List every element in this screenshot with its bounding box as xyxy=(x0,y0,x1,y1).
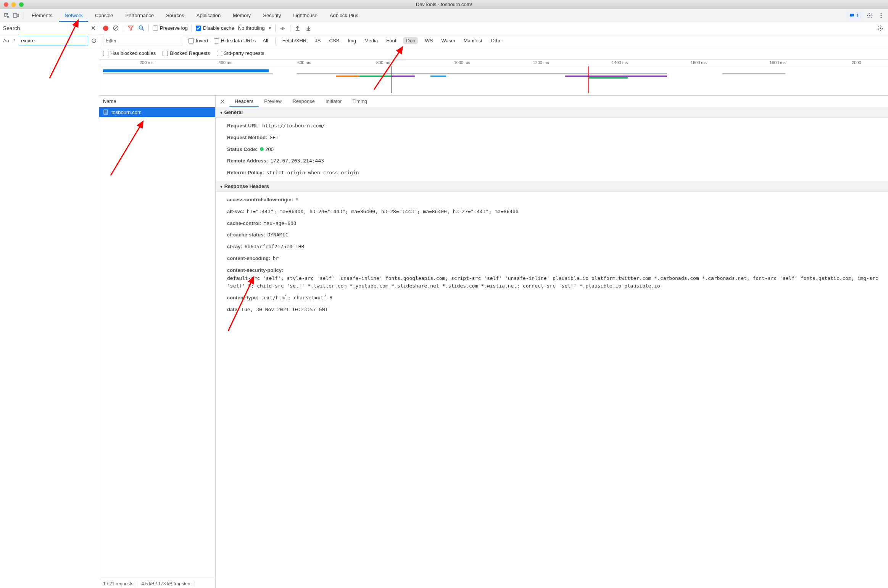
filter-type-ws[interactable]: WS xyxy=(423,37,434,44)
more-icon[interactable] xyxy=(877,12,885,19)
filter-type-doc[interactable]: Doc xyxy=(403,37,418,44)
value-status-code: 200 xyxy=(260,146,274,154)
close-details-icon[interactable]: ✕ xyxy=(216,98,229,104)
section-general[interactable]: General xyxy=(216,107,888,118)
main-toolbar: Elements Network Console Performance Sou… xyxy=(0,9,888,22)
timeline-tick: 1400 ms xyxy=(612,60,628,65)
svg-line-9 xyxy=(114,26,118,30)
disable-cache-checkbox[interactable]: Disable cache xyxy=(196,25,234,31)
tab-elements[interactable]: Elements xyxy=(26,10,58,21)
refresh-icon[interactable] xyxy=(91,37,97,45)
hide-data-urls-checkbox[interactable]: Hide data URLs xyxy=(214,38,256,43)
inspect-icon[interactable] xyxy=(3,12,11,19)
tab-memory[interactable]: Memory xyxy=(227,10,256,21)
section-response-headers[interactable]: Response Headers xyxy=(216,181,888,192)
tab-lighthouse[interactable]: Lighthouse xyxy=(288,10,323,21)
header-value: DYNAMIC xyxy=(268,231,288,239)
upload-icon[interactable] xyxy=(294,25,301,32)
filter-type-css[interactable]: CSS xyxy=(328,37,341,44)
search-icon[interactable] xyxy=(138,25,145,32)
throttling-select[interactable]: No throttling xyxy=(238,25,265,31)
close-window-button[interactable] xyxy=(4,2,8,7)
filter-bar-2: Has blocked cookies Blocked Requests 3rd… xyxy=(99,47,888,59)
header-value: 6b635cfcbf2175c0-LHR xyxy=(245,243,305,251)
tab-application[interactable]: Application xyxy=(191,10,226,21)
filter-type-js[interactable]: JS xyxy=(313,37,322,44)
clear-icon[interactable] xyxy=(112,25,119,32)
filter-type-all[interactable]: All xyxy=(261,37,269,44)
tab-console[interactable]: Console xyxy=(90,10,119,21)
tab-network[interactable]: Network xyxy=(59,10,88,21)
filter-input[interactable] xyxy=(103,36,183,45)
filter-type-manifest[interactable]: Manifest xyxy=(462,37,484,44)
preserve-log-checkbox[interactable]: Preserve log xyxy=(153,25,188,31)
chat-icon xyxy=(849,13,855,18)
filter-type-fetchxhr[interactable]: Fetch/XHR xyxy=(281,37,308,44)
close-icon[interactable]: ✕ xyxy=(91,25,96,32)
dtab-preview[interactable]: Preview xyxy=(259,96,287,107)
filter-bar: Invert Hide data URLs All Fetch/XHR JS C… xyxy=(99,34,888,47)
device-toggle-icon[interactable] xyxy=(12,12,20,19)
separator xyxy=(23,12,23,19)
request-row[interactable]: tosbourn.com xyxy=(99,107,215,117)
invert-checkbox[interactable]: Invert xyxy=(189,38,208,43)
header-key: date: xyxy=(227,306,239,314)
dtab-headers[interactable]: Headers xyxy=(229,96,259,107)
label-status-code: Status Code: xyxy=(227,146,258,154)
search-title: Search xyxy=(3,25,91,31)
header-key: cache-control: xyxy=(227,220,261,228)
dtab-timing[interactable]: Timing xyxy=(347,96,373,107)
tab-sources[interactable]: Sources xyxy=(161,10,190,21)
value-request-url: https://tosbourn.com/ xyxy=(262,122,325,130)
svg-point-13 xyxy=(880,27,881,29)
label-referrer-policy: Referrer Policy: xyxy=(227,169,264,177)
header-value: br xyxy=(272,255,279,263)
header-value: text/html; charset=utf-8 xyxy=(261,294,332,302)
filter-type-wasm[interactable]: Wasm xyxy=(440,37,456,44)
document-icon xyxy=(103,109,108,115)
dtab-response[interactable]: Response xyxy=(287,96,320,107)
timeline-tick: 400 ms xyxy=(219,60,232,65)
label-remote-address: Remote Address: xyxy=(227,157,268,165)
value-remote-address: 172.67.203.214:443 xyxy=(270,157,324,165)
separator xyxy=(290,25,290,32)
status-bar: 1 / 21 requests 4.5 kB / 173 kB transfer… xyxy=(99,579,215,588)
has-blocked-cookies-checkbox[interactable]: Has blocked cookies xyxy=(103,50,156,56)
separator xyxy=(192,25,192,32)
settings-icon[interactable] xyxy=(866,12,873,19)
case-sensitive-toggle[interactable]: Aa xyxy=(3,38,9,43)
chevron-down-icon[interactable]: ▾ xyxy=(269,25,271,31)
blocked-requests-checkbox[interactable]: Blocked Requests xyxy=(163,50,210,56)
issues-button[interactable]: 1 xyxy=(846,12,862,19)
tab-performance[interactable]: Performance xyxy=(120,10,159,21)
header-key: content-type: xyxy=(227,294,258,302)
header-value: default-src 'self'; style-src 'self' 'un… xyxy=(227,275,884,291)
record-button[interactable] xyxy=(103,26,108,31)
maximize-window-button[interactable] xyxy=(19,2,24,7)
tab-adblock[interactable]: Adblock Plus xyxy=(324,10,364,21)
network-conditions-icon[interactable] xyxy=(279,25,286,32)
filter-icon[interactable] xyxy=(127,25,134,32)
tab-security[interactable]: Security xyxy=(258,10,286,21)
dtab-initiator[interactable]: Initiator xyxy=(320,96,347,107)
filter-type-other[interactable]: Other xyxy=(489,37,505,44)
header-value: * xyxy=(295,196,298,204)
search-input[interactable] xyxy=(19,36,88,45)
header-key: cf-ray: xyxy=(227,243,242,251)
regex-toggle[interactable]: .* xyxy=(12,38,16,43)
filter-type-media[interactable]: Media xyxy=(363,37,379,44)
third-party-checkbox[interactable]: 3rd-party requests xyxy=(217,50,264,56)
download-icon[interactable] xyxy=(305,25,312,32)
filter-type-img[interactable]: Img xyxy=(346,37,358,44)
status-transfer: 4.5 kB / 173 kB transferr xyxy=(137,581,195,586)
timeline-overview[interactable]: 200 ms400 ms600 ms800 ms1000 ms1200 ms14… xyxy=(99,59,888,96)
svg-rect-0 xyxy=(13,13,17,18)
timeline-tick: 1600 ms xyxy=(691,60,707,65)
filter-type-font[interactable]: Font xyxy=(385,37,398,44)
network-toolbar: Preserve log Disable cache No throttling… xyxy=(99,22,888,34)
timeline-tick: 1200 ms xyxy=(533,60,549,65)
minimize-window-button[interactable] xyxy=(11,2,16,7)
list-header-name[interactable]: Name xyxy=(99,96,215,107)
gear-icon[interactable] xyxy=(877,24,884,32)
traffic-lights xyxy=(0,2,24,7)
